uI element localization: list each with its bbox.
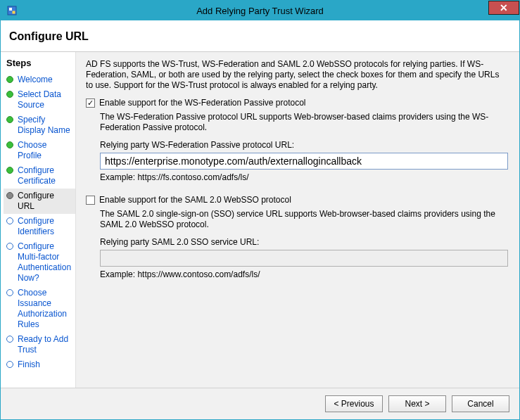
step-bullet-icon [6, 336, 13, 343]
svg-rect-2 [13, 11, 15, 14]
step-label: Select Data Source [18, 89, 71, 110]
page-heading-area: Configure URL [1, 20, 519, 52]
step-label: Choose Profile [18, 140, 71, 161]
wsfed-checkbox[interactable]: ✓ [86, 98, 95, 108]
step-welcome[interactable]: Welcome [4, 72, 75, 87]
step-choose-issuance-rules[interactable]: Choose Issuance Authorization Rules [4, 286, 75, 332]
step-finish[interactable]: Finish [4, 357, 75, 372]
step-label: Configure Certificate [18, 165, 71, 186]
wizard-window: Add Relying Party Trust Wizard ✕ Configu… [0, 0, 520, 420]
step-label: Choose Issuance Authorization Rules [18, 288, 71, 330]
wizard-footer: < Previous Next > Cancel [1, 388, 519, 419]
step-label: Specify Display Name [18, 115, 71, 136]
step-label: Ready to Add Trust [18, 334, 71, 355]
wsfed-url-example: Example: https://fs.contoso.com/adfs/ls/ [100, 172, 508, 182]
cancel-button[interactable]: Cancel [452, 395, 509, 412]
step-choose-profile[interactable]: Choose Profile [4, 138, 75, 163]
step-bullet-icon [6, 217, 13, 224]
step-label: Finish [18, 359, 40, 370]
step-bullet-icon [6, 167, 13, 174]
previous-button[interactable]: < Previous [325, 395, 383, 412]
step-configure-certificate[interactable]: Configure Certificate [4, 163, 75, 189]
steps-sidebar: Steps Welcome Select Data Source Specify… [1, 52, 75, 388]
saml-checkbox-label: Enable support for the SAML 2.0 WebSSO p… [99, 195, 291, 205]
saml-description: The SAML 2.0 single-sign-on (SSO) servic… [100, 209, 508, 230]
step-configure-identifiers[interactable]: Configure Identifiers [4, 214, 75, 239]
step-bullet-icon [6, 192, 13, 199]
step-configure-mfa[interactable]: Configure Multi-factor Authentication No… [4, 239, 75, 286]
step-label: Configure URL [18, 191, 71, 212]
step-bullet-icon [6, 141, 13, 148]
wsfed-description: The WS-Federation Passive protocol URL s… [100, 112, 508, 133]
content-pane: AD FS supports the WS-Trust, WS-Federati… [75, 52, 519, 388]
step-bullet-icon [6, 91, 13, 98]
wsfed-checkbox-label: Enable support for the WS-Federation Pas… [99, 98, 305, 108]
wsfed-section: ✓ Enable support for the WS-Federation P… [86, 98, 508, 182]
check-icon: ✓ [87, 99, 94, 107]
wsfed-url-label: Relying party WS-Federation Passive prot… [100, 140, 508, 150]
saml-section: Enable support for the SAML 2.0 WebSSO p… [86, 195, 508, 279]
step-label: Configure Multi-factor Authentication No… [18, 241, 71, 284]
step-bullet-icon [6, 116, 13, 123]
steps-title: Steps [4, 56, 75, 72]
step-ready-to-add-trust[interactable]: Ready to Add Trust [4, 332, 75, 357]
svg-rect-1 [9, 8, 12, 11]
wsfed-url-input[interactable] [100, 153, 508, 170]
window-close-button[interactable]: ✕ [488, 1, 519, 15]
app-icon [6, 5, 18, 16]
page-title: Configure URL [9, 30, 511, 43]
step-label: Configure Identifiers [18, 216, 71, 237]
step-bullet-icon [6, 76, 13, 83]
step-select-data-source[interactable]: Select Data Source [4, 87, 75, 113]
saml-url-label: Relying party SAML 2.0 SSO service URL: [100, 237, 508, 247]
step-configure-url[interactable]: Configure URL [4, 189, 75, 214]
step-bullet-icon [6, 361, 13, 368]
saml-url-example: Example: https://www.contoso.com/adfs/ls… [100, 269, 508, 279]
step-label: Welcome [18, 75, 53, 85]
titlebar: Add Relying Party Trust Wizard ✕ [1, 1, 519, 20]
next-button[interactable]: Next > [388, 395, 446, 412]
close-icon: ✕ [500, 2, 508, 13]
step-bullet-icon [6, 243, 13, 250]
saml-checkbox[interactable] [86, 196, 95, 205]
window-title: Add Relying Party Trust Wizard [1, 6, 519, 16]
saml-url-input [100, 250, 508, 267]
step-specify-display-name[interactable]: Specify Display Name [4, 113, 75, 138]
intro-text: AD FS supports the WS-Trust, WS-Federati… [86, 59, 508, 91]
step-bullet-icon [6, 289, 13, 296]
